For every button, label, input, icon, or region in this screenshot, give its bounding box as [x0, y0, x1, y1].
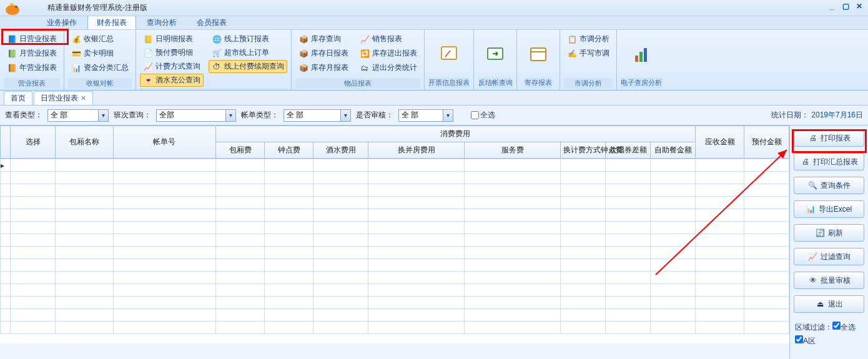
ribbon-online-reserve[interactable]: 🌐线上预订报表 [209, 32, 287, 46]
region-a-checkbox[interactable] [795, 335, 803, 343]
col-room-fee[interactable]: 包厢费 [215, 142, 264, 159]
ribbon-monthly-report[interactable]: 📗月营业报表 [4, 47, 60, 60]
ribbon-deposit-report[interactable] [521, 32, 556, 76]
table-row[interactable] [1, 247, 789, 259]
print-summary-button[interactable]: 🖨打印汇总报表 [794, 153, 864, 170]
ribbon-online-renew[interactable]: ⏱线上付费续期查询 [209, 60, 287, 73]
ribbon-reverse-query[interactable] [478, 32, 513, 76]
chart-icon: 📈 [360, 34, 370, 44]
ribbon-group-cashier: 💰收银汇总 💳卖卡明细 📊资金分类汇总 收银对帐 [64, 30, 136, 90]
col-hour-fee[interactable]: 钟点费 [265, 142, 313, 159]
net-icon: 🌐 [212, 34, 222, 44]
audit-combo[interactable]: ▾ [398, 109, 453, 122]
col-receivable[interactable]: 应收金额 [696, 126, 744, 159]
ribbon-stock-io[interactable]: 🔁库存进出报表 [357, 47, 420, 60]
ribbon-market-analysis[interactable]: 📋市调分析 [564, 32, 613, 46]
col-prepaid[interactable]: 预付金额 [744, 126, 789, 159]
col-change-fee[interactable]: 换并房费用 [368, 142, 465, 159]
ribbon-stock-daily[interactable]: 📦库存日报表 [295, 47, 352, 60]
eye-icon: 👁 [808, 275, 818, 285]
grid-body[interactable]: ▸ [0, 159, 789, 343]
ribbon-stock-monthly[interactable]: 📦库存月报表 [295, 61, 352, 74]
menu-tab-ops[interactable]: 业务操作 [37, 16, 86, 29]
select-all-checkbox[interactable]: 全选 [471, 110, 495, 120]
table-row[interactable] [1, 284, 789, 297]
ribbon-market-handwrite[interactable]: ✍手写市调 [564, 47, 613, 60]
batch-audit-button[interactable]: 👁批量审核 [794, 272, 864, 289]
view-type-combo[interactable]: ▾ [47, 109, 109, 122]
col-billchg-fee[interactable]: 换计费方式钟点费 [561, 142, 606, 159]
table-row[interactable] [1, 197, 789, 209]
col-coupon-diff[interactable]: 欢唱券差额 [606, 142, 651, 159]
wine-icon: 🍷 [143, 76, 153, 86]
ribbon-group-reverse: 反结帐查询 [474, 30, 517, 90]
query-cond-button[interactable]: 🔍查询条件 [794, 177, 864, 194]
ribbon-prepaid-detail[interactable]: 📄预付费明细 [140, 46, 204, 59]
chevron-down-icon[interactable]: ▾ [443, 110, 453, 121]
print-report-button[interactable]: 🖨打印报表 [794, 129, 864, 147]
table-row[interactable] [1, 297, 789, 309]
ribbon-cash-summary[interactable]: 💰收银汇总 [68, 32, 132, 46]
table-row[interactable] [1, 184, 789, 197]
bill-type-input[interactable] [284, 110, 340, 121]
ribbon-billing-query[interactable]: 📈计费方式查询 [140, 60, 204, 73]
table-row[interactable] [1, 209, 789, 222]
ribbon-io-category[interactable]: 🗂进出分类统计 [357, 61, 420, 74]
table-row[interactable] [1, 272, 789, 284]
view-type-input[interactable] [48, 110, 98, 121]
chevron-down-icon[interactable]: ▾ [225, 110, 235, 121]
menu-tab-finance[interactable]: 财务报表 [87, 16, 136, 29]
table-row[interactable]: ▸ [1, 159, 789, 172]
ribbon-yearly-report[interactable]: 📙年营业报表 [4, 61, 60, 74]
bill-type-combo[interactable]: ▾ [284, 109, 351, 122]
col-service-fee[interactable]: 服务费 [465, 142, 561, 159]
close-button[interactable]: ✕ [854, 2, 864, 11]
svg-rect-7 [635, 56, 638, 62]
chevron-down-icon[interactable]: ▾ [98, 110, 108, 121]
col-room[interactable]: 包厢名称 [56, 126, 113, 159]
maximize-button[interactable]: ▢ [841, 2, 851, 11]
col-wine-fee[interactable]: 酒水费用 [313, 142, 368, 159]
table-row[interactable] [1, 222, 789, 234]
refresh-button[interactable]: 🔄刷新 [794, 224, 864, 242]
page-tab-daily-report[interactable]: 日营业报表✕ [34, 91, 93, 105]
ribbon-group-deposit: 寄存报表 [517, 30, 560, 90]
ribbon-card-detail[interactable]: 💳卖卡明细 [68, 47, 132, 60]
close-icon[interactable]: ✕ [81, 94, 86, 102]
ribbon-daily-report[interactable]: 📘日营业报表 [4, 32, 60, 46]
table-row[interactable] [1, 259, 789, 272]
exit-button[interactable]: ⏏退出 [794, 295, 864, 313]
col-select[interactable]: 选择 [11, 126, 56, 159]
ribbon-sales-report[interactable]: 📈销售报表 [357, 32, 420, 46]
refresh-icon: 🔄 [816, 228, 826, 238]
ribbon-online-order[interactable]: 🛒超市线上订单 [209, 46, 287, 59]
region-all-checkbox[interactable] [832, 322, 841, 330]
minimize-button[interactable]: _ [827, 2, 837, 11]
ribbon-invoice-report[interactable] [432, 32, 466, 76]
table-row[interactable] [1, 309, 789, 322]
exit-icon: ⏏ [816, 299, 826, 309]
shift-combo[interactable]: ▾ [156, 109, 236, 122]
chevron-down-icon[interactable]: ▾ [340, 110, 350, 121]
menu-tab-member[interactable]: 会员报表 [187, 16, 236, 29]
table-row[interactable] [1, 234, 789, 247]
ribbon-fund-category[interactable]: 📊资金分类汇总 [68, 61, 132, 74]
table-row[interactable] [1, 322, 789, 334]
shift-input[interactable] [157, 110, 225, 121]
table-row[interactable] [1, 172, 789, 184]
ribbon-eroom-analysis[interactable] [624, 32, 659, 76]
menu-tab-query[interactable]: 查询分析 [137, 16, 186, 29]
audit-input[interactable] [399, 110, 443, 121]
filter-query-button[interactable]: 📈过滤查询 [794, 248, 864, 265]
ribbon-stock-query[interactable]: 📦库存查询 [295, 32, 352, 46]
ribbon-wine-confiscate[interactable]: 🍷酒水充公查询 [140, 74, 204, 87]
export-excel-button[interactable]: 📊导出Excel [794, 200, 864, 218]
select-all-input[interactable] [471, 111, 479, 119]
ribbon-group-biz-report: 📘日营业报表 📗月营业报表 📙年营业报表 营业报表 [0, 30, 64, 90]
col-consume[interactable]: 消费费用 [215, 126, 695, 142]
page-tab-home[interactable]: 首页 [4, 91, 32, 105]
ribbon-daily-detail[interactable]: 📒日明细报表 [140, 32, 204, 46]
main-menu: 业务操作 财务报表 查询分析 会员报表 [0, 16, 868, 30]
col-bill[interactable]: 帐单号 [113, 126, 215, 159]
col-buffet[interactable]: 自助餐金额 [651, 142, 696, 159]
